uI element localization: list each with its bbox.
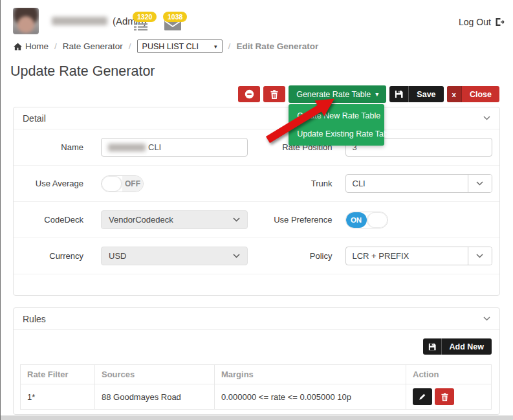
rules-panel-title: Rules: [23, 314, 46, 324]
generate-rate-table-wrapper: Generate Rate Table ▾ Create New Rate Ta…: [289, 85, 386, 103]
trunk-value: CLI: [346, 175, 468, 192]
trunk-label: Trunk: [257, 179, 342, 188]
currency-label: Currency: [20, 251, 98, 261]
list-icon[interactable]: [134, 22, 148, 34]
cell-sources: 88 Goodmayes Road: [95, 384, 215, 410]
rate-generator-selector-value: PUSH LIST CLI: [142, 42, 199, 51]
notifications-count-badge: 1320: [133, 12, 157, 22]
name-redacted-prefix: [108, 144, 146, 151]
close-label: Close: [462, 90, 499, 99]
avatar[interactable]: [13, 8, 39, 34]
menu-item-update-existing-rate-table[interactable]: Update Existing Rate Table: [289, 125, 384, 143]
use-preference-state: ON: [346, 212, 367, 228]
caret-down-icon: ▾: [375, 91, 378, 98]
header-action: Action: [406, 365, 492, 384]
name-value: CLI: [148, 142, 161, 152]
use-average-toggle[interactable]: OFF: [101, 175, 144, 192]
logout-button[interactable]: Log Out: [459, 17, 505, 27]
currency-select[interactable]: USD: [101, 247, 248, 265]
detail-row-1: Name CLI Rate Position 3: [14, 129, 499, 166]
codedeck-label: CodeDeck: [20, 215, 98, 225]
detail-row-2: Use Average OFF Trunk CLI: [14, 166, 499, 202]
breadcrumb-home-label: Home: [25, 41, 49, 51]
chevron-down-icon: [233, 254, 240, 258]
name-field[interactable]: CLI: [101, 138, 248, 157]
toggle-knob: [367, 212, 387, 228]
close-x-icon: x: [447, 86, 462, 102]
breadcrumb-separator: /: [129, 41, 131, 51]
codedeck-select[interactable]: VendorCodedeck: [101, 210, 248, 229]
header-sources: Sources: [95, 365, 215, 384]
page-title: Update Rate Generator: [10, 63, 155, 80]
currency-value: USD: [109, 251, 126, 261]
close-button[interactable]: x Close: [447, 86, 499, 102]
messages-count-badge: 1038: [163, 12, 187, 22]
cell-margins: 0.000000 <= rate <= 0.005000 10p: [215, 384, 406, 410]
breadcrumb-home-link[interactable]: Home: [14, 41, 49, 51]
header-margins: Margins: [215, 365, 406, 384]
logout-icon: [495, 17, 505, 27]
detail-panel-title: Detail: [23, 113, 46, 124]
rules-panel-body: Add New Rate Filter Sources Margins Acti…: [14, 330, 499, 410]
rate-generator-selector[interactable]: PUSH LIST CLI ▾: [137, 39, 223, 53]
chevron-down-icon: [233, 217, 240, 222]
policy-select[interactable]: LCR + PREFIX: [345, 247, 492, 265]
detail-panel: Detail Name CLI Rate Position 3 Use Aver…: [13, 107, 500, 296]
breadcrumb-separator: /: [54, 41, 57, 51]
breadcrumb-rate-generator-link[interactable]: Rate Generator: [63, 41, 123, 51]
detail-row-3: CodeDeck VendorCodedeck Use Preference O…: [14, 202, 499, 238]
chevron-down-icon: [468, 175, 492, 192]
chevron-down-icon[interactable]: [483, 316, 490, 321]
generate-rate-table-menu: Create New Rate Table Update Existing Ra…: [289, 104, 384, 146]
cell-action: [406, 384, 492, 410]
edit-rule-button[interactable]: [413, 388, 432, 405]
table-row: 1* 88 Goodmayes Road 0.000000 <= rate <=…: [21, 384, 492, 410]
add-new-label: Add New: [442, 342, 492, 351]
edit-icon: [419, 393, 426, 401]
save-icon: [423, 338, 442, 355]
avatar-image: [13, 8, 39, 34]
logout-label: Log Out: [459, 17, 491, 27]
policy-value: LCR + PREFIX: [346, 247, 468, 265]
policy-label: Policy: [257, 251, 342, 261]
delete-button[interactable]: [263, 86, 285, 102]
save-label: Save: [409, 90, 443, 99]
toolbar: Generate Rate Table ▾ Create New Rate Ta…: [238, 85, 499, 103]
detail-row-4: Currency USD Policy LCR + PREFIX: [14, 238, 499, 274]
menu-item-create-new-rate-table[interactable]: Create New Rate Table: [289, 107, 384, 125]
name-label: Name: [20, 142, 98, 152]
breadcrumb-current: Edit Rate Generator: [236, 41, 318, 51]
user-name-redacted: [52, 17, 107, 25]
chevron-down-icon: [468, 247, 492, 265]
caret-down-icon: ▾: [214, 43, 217, 50]
trash-icon: [441, 393, 448, 401]
rules-table: Rate Filter Sources Margins Action 1* 88…: [20, 364, 492, 410]
remove-button[interactable]: [238, 86, 260, 102]
add-new-button[interactable]: Add New: [423, 338, 492, 355]
codedeck-value: VendorCodedeck: [109, 215, 173, 225]
trunk-select[interactable]: CLI: [345, 174, 492, 193]
use-preference-toggle[interactable]: ON: [345, 212, 388, 228]
page-bottom-band: [0, 415, 513, 420]
home-icon: [14, 43, 22, 50]
use-average-label: Use Average: [20, 179, 98, 188]
delete-rule-button[interactable]: [435, 388, 454, 405]
rules-table-header-row: Rate Filter Sources Margins Action: [21, 365, 492, 384]
use-average-state: OFF: [122, 176, 143, 192]
chevron-down-icon[interactable]: [483, 116, 490, 120]
cell-rate-filter: 1*: [21, 384, 95, 410]
window-left-edge: [0, 0, 1, 420]
detail-panel-header: Detail: [14, 107, 499, 129]
save-icon: [389, 86, 409, 102]
rules-panel: Rules Add New Rate Filter Sources Margin…: [13, 307, 500, 415]
breadcrumb-separator: /: [228, 41, 231, 51]
generate-rate-table-label: Generate Rate Table: [296, 90, 371, 99]
breadcrumb: Home / Rate Generator / PUSH LIST CLI ▾ …: [14, 39, 318, 53]
generate-rate-table-button[interactable]: Generate Rate Table ▾: [289, 85, 386, 103]
minus-circle-icon: [245, 89, 254, 99]
header-rate-filter: Rate Filter: [21, 365, 95, 384]
mail-icon[interactable]: [164, 20, 181, 33]
use-preference-label: Use Preference: [257, 215, 342, 225]
save-button[interactable]: Save: [389, 86, 443, 102]
trash-icon: [270, 90, 278, 99]
